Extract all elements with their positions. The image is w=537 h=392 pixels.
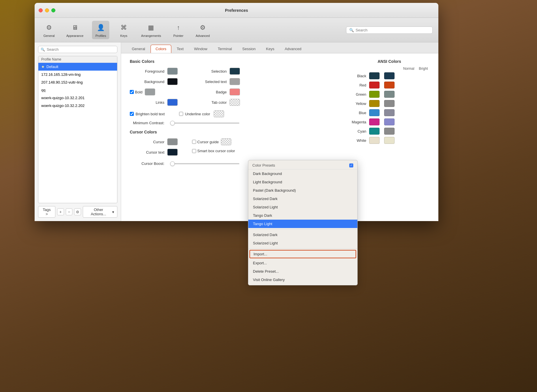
ansi-white-bright[interactable] [384, 137, 395, 144]
underline-color-row: Underline color [179, 110, 224, 117]
badge-label: Badge [192, 90, 230, 94]
close-button[interactable] [39, 8, 43, 12]
ansi-cyan-normal[interactable] [369, 128, 380, 135]
tab-keys[interactable]: Keys [261, 45, 279, 53]
profile-item-quizgo-201[interactable]: woerk-quizgo-10.32.2.201 [38, 94, 117, 102]
ansi-yellow-bright[interactable] [384, 100, 395, 107]
profile-item-quizgo-202[interactable]: woerk-quizgo-10.32.2.202 [38, 102, 117, 110]
preset-delete[interactable]: Delete Preset... [248, 267, 357, 276]
preset-light-background[interactable]: Light Background [248, 178, 357, 186]
preset-import[interactable]: Import... [249, 250, 356, 258]
profile-name-default: Default [46, 65, 58, 69]
preset-export[interactable]: Export... [248, 259, 357, 267]
advanced-icon: ⚙ [198, 22, 208, 33]
ansi-magenta-normal[interactable] [369, 118, 380, 125]
profile-item-default[interactable]: ★ Default [38, 63, 117, 71]
toolbar-item-arrangements[interactable]: ▦ Arrangements [138, 21, 164, 39]
preset-tango-dark[interactable]: Tango Dark [248, 211, 357, 220]
add-profile-button[interactable]: + [57, 208, 64, 215]
cursor-guide-checkbox[interactable] [192, 140, 196, 144]
toolbar-search-input[interactable] [356, 28, 429, 32]
tab-color-row: Tab color [192, 99, 240, 106]
profile-item-qq[interactable]: qq [38, 86, 117, 94]
ansi-magenta-bright[interactable] [384, 118, 395, 125]
preset-solarized-dark-1[interactable]: Solarized Dark [248, 195, 357, 203]
toolbar-item-advanced[interactable]: ⚙ Advanced [193, 21, 213, 39]
titlebar: Preferences [35, 3, 438, 18]
smart-box-checkbox[interactable] [192, 149, 196, 153]
basic-color-left-col: Foreground Background Bold [130, 68, 178, 109]
preset-solarized-light-1[interactable]: Solarized Light [248, 203, 357, 211]
ansi-cyan-label: Cyan [349, 129, 369, 133]
selection-swatch[interactable] [230, 68, 240, 75]
brighten-bold-row: Brighten bold text [130, 110, 165, 117]
tab-colors[interactable]: Colors [151, 45, 171, 53]
underline-color-swatch[interactable] [214, 110, 224, 117]
ansi-yellow-normal[interactable] [369, 100, 380, 107]
ansi-magenta-label: Magenta [349, 120, 369, 124]
toolbar-item-appearance[interactable]: 🖥 Appearance [63, 21, 86, 39]
cursor-guide-swatch[interactable] [221, 138, 231, 145]
ansi-row-white: White [349, 137, 430, 144]
ansi-red-normal[interactable] [369, 82, 380, 88]
sidebar-search-input[interactable] [47, 47, 115, 52]
ansi-yellow-swatches [369, 100, 395, 107]
sidebar-search-box: 🔍 [38, 46, 117, 53]
ansi-red-bright[interactable] [384, 82, 395, 88]
selected-text-swatch[interactable] [230, 78, 240, 85]
actions-gear-button[interactable]: ⚙ [74, 208, 81, 215]
tab-general[interactable]: General [127, 45, 150, 53]
profile-item-vm-ling[interactable]: 172.16.165.128-vm-ling [38, 71, 117, 78]
tags-button[interactable]: Tags > [38, 206, 55, 218]
links-swatch[interactable] [167, 99, 178, 106]
ansi-white-normal[interactable] [369, 137, 380, 144]
maximize-button[interactable] [51, 8, 55, 12]
preset-solarized-light-2[interactable]: Solarized Light [248, 239, 357, 247]
toolbar-item-profiles[interactable]: 👤 Profiles [92, 21, 109, 39]
preset-gallery[interactable]: Visit Online Gallery [248, 276, 357, 284]
brighten-bold-checkbox[interactable] [130, 112, 134, 116]
bold-checkbox[interactable] [130, 90, 134, 94]
toolbar-item-general[interactable]: ⚙ General [40, 21, 58, 39]
toolbar-item-pointer[interactable]: ↑ Pointer [170, 21, 187, 39]
tab-session[interactable]: Session [237, 45, 260, 53]
tab-color-swatch[interactable] [230, 99, 240, 106]
ansi-black-bright[interactable] [384, 72, 395, 79]
tab-terminal[interactable]: Terminal [213, 45, 237, 53]
preset-tango-light[interactable]: Tango Light [248, 220, 357, 228]
profile-item-vultr-ling[interactable]: 207.148.90.152-vultr-ling [38, 78, 117, 86]
foreground-swatch[interactable] [167, 68, 178, 75]
cursor-text-swatch[interactable] [167, 149, 178, 156]
ansi-blue-bright[interactable] [384, 109, 395, 116]
color-presets-dropdown: Color Presets ✓ Dark Background Light Ba… [248, 160, 358, 285]
ansi-green-bright[interactable] [384, 91, 395, 98]
bright-col-label: Bright [418, 67, 429, 71]
other-actions-button[interactable]: Other Actions... ▾ [83, 206, 117, 218]
tab-advanced[interactable]: Advanced [280, 45, 306, 53]
preset-solarized-dark-2[interactable]: Solarized Dark [248, 231, 357, 239]
ansi-black-normal[interactable] [369, 72, 380, 79]
minimum-contrast-slider[interactable] [170, 122, 239, 124]
preset-dark-background[interactable]: Dark Background [248, 169, 357, 178]
badge-swatch[interactable] [230, 88, 240, 95]
minimize-button[interactable] [45, 8, 49, 12]
pointer-icon: ↑ [173, 22, 183, 33]
cursor-boost-slider[interactable] [170, 163, 239, 164]
bold-swatch[interactable] [145, 88, 155, 95]
toolbar-label-appearance: Appearance [66, 34, 83, 37]
ansi-blue-normal[interactable] [369, 109, 380, 116]
arrangements-icon: ▦ [146, 22, 156, 33]
toolbar-item-keys[interactable]: ⌘ Keys [115, 21, 132, 39]
preset-pastel-dark[interactable]: Pastel (Dark Background) [248, 186, 357, 195]
tab-text[interactable]: Text [172, 45, 189, 53]
ansi-cyan-bright[interactable] [384, 128, 395, 135]
cursor-swatch[interactable] [167, 138, 178, 145]
tab-window[interactable]: Window [189, 45, 212, 53]
background-swatch[interactable] [167, 78, 178, 85]
toolbar-search-icon: 🔍 [349, 28, 354, 32]
remove-profile-button[interactable]: − [66, 208, 73, 215]
tabs-bar: General Colors Text Window Terminal Sess… [121, 42, 438, 53]
ansi-green-normal[interactable] [369, 91, 380, 98]
underline-color-checkbox[interactable] [179, 112, 183, 116]
cursor-boost-label: Cursor Boost: [130, 161, 167, 166]
